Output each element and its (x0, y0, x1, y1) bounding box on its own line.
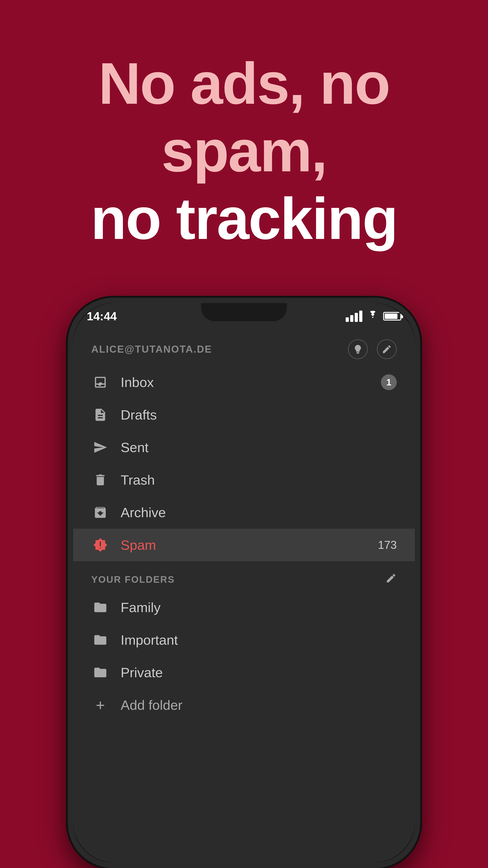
spam-count: 173 (378, 538, 397, 552)
signal-bars-icon (346, 311, 362, 322)
nav-item-spam[interactable]: Spam 173 (73, 529, 415, 561)
folder-important-label: Important (121, 632, 397, 648)
inbox-icon (91, 373, 109, 391)
account-header: ALICE@TUTANOTA.DE (73, 328, 415, 366)
add-folder-label: Add folder (121, 698, 183, 713)
archive-icon (91, 503, 109, 522)
nav-item-sent[interactable]: Sent (73, 431, 415, 464)
account-email: ALICE@TUTANOTA.DE (91, 344, 212, 355)
folders-section-label: YOUR FOLDERS (91, 574, 175, 585)
inbox-badge: 1 (381, 374, 397, 390)
status-bar: 14:44 (87, 307, 401, 325)
nav-item-drafts[interactable]: Drafts (73, 399, 415, 431)
nav-item-inbox[interactable]: Inbox 1 (73, 366, 415, 399)
sidebar: ALICE@TUTANOTA.DE (73, 328, 415, 863)
folders-section-header: YOUR FOLDERS (73, 561, 415, 591)
nav-item-folder-family[interactable]: Family (73, 591, 415, 624)
folder-family-label: Family (121, 600, 397, 615)
trash-label: Trash (121, 472, 397, 488)
nav-item-archive[interactable]: Archive (73, 496, 415, 529)
headline-line2: no tracking (91, 186, 397, 251)
headline-section: No ads, no spam, no tracking (0, 0, 488, 280)
headline-line1: No ads, no spam, (98, 51, 390, 184)
phone-screen: 14:44 (73, 303, 415, 863)
trash-icon (91, 471, 109, 489)
compose-icon-button[interactable] (377, 339, 397, 359)
drafts-label: Drafts (121, 407, 397, 423)
battery-icon (383, 312, 401, 320)
nav-item-trash[interactable]: Trash (73, 464, 415, 496)
header-actions (348, 339, 397, 359)
folder-private-icon (91, 663, 109, 682)
add-folder-item[interactable]: + Add folder (73, 689, 415, 721)
folder-family-icon (91, 598, 109, 616)
wifi-icon (367, 310, 379, 322)
status-time: 14:44 (87, 309, 117, 323)
spam-icon (91, 536, 109, 554)
sent-icon (91, 438, 109, 456)
headline-text: No ads, no spam, no tracking (27, 50, 461, 252)
folders-edit-icon[interactable] (385, 572, 397, 587)
nav-item-folder-private[interactable]: Private (73, 656, 415, 689)
phone-shell: 14:44 (68, 298, 420, 868)
phone-mockup: 14:44 (68, 298, 420, 868)
folder-private-label: Private (121, 665, 397, 680)
spam-label: Spam (121, 537, 378, 553)
status-icons (346, 310, 401, 322)
inbox-label: Inbox (121, 375, 381, 390)
nav-item-folder-important[interactable]: Important (73, 624, 415, 656)
folder-important-icon (91, 631, 109, 649)
archive-label: Archive (121, 505, 397, 520)
filter-icon-button[interactable] (348, 339, 368, 359)
add-folder-icon: + (91, 696, 109, 714)
drafts-icon (91, 406, 109, 424)
sent-label: Sent (121, 440, 397, 455)
